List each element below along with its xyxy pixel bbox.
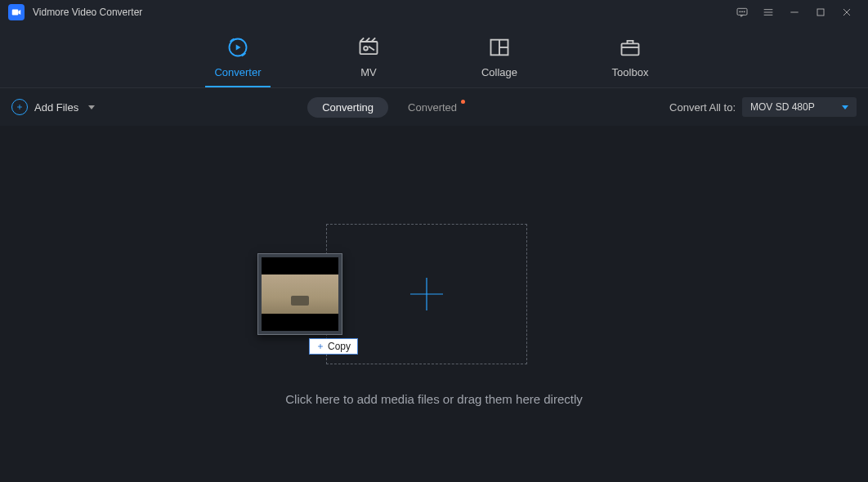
maximize-button[interactable] (808, 0, 834, 25)
svg-point-4 (744, 11, 745, 12)
menu-icon[interactable] (755, 0, 781, 25)
collage-icon (488, 33, 511, 61)
app-title: Vidmore Video Converter (33, 7, 142, 18)
nav-collage[interactable]: Collage (467, 25, 532, 87)
svg-rect-13 (360, 42, 378, 54)
format-selected-value: MOV SD 480P (750, 101, 815, 113)
nav-mv[interactable]: MV (336, 25, 401, 87)
svg-rect-18 (622, 43, 639, 55)
dragged-media-thumbnail[interactable] (257, 253, 342, 335)
main-nav: Converter MV Collage Toolbox (0, 25, 868, 88)
svg-point-3 (741, 11, 742, 12)
app-logo-icon (8, 4, 25, 20)
copy-badge: Copy (309, 338, 358, 355)
tab-converted-label: Converted (408, 101, 457, 114)
svg-point-2 (740, 11, 740, 12)
title-bar: Vidmore Video Converter (0, 0, 868, 25)
close-button[interactable] (834, 0, 860, 25)
nav-toolbox[interactable]: Toolbox (597, 25, 663, 87)
stage: Copy Click here to add media files or dr… (0, 126, 868, 482)
plus-icon (407, 274, 446, 314)
minimize-button[interactable] (781, 0, 808, 25)
copy-badge-label: Copy (328, 341, 351, 352)
nav-label: MV (360, 66, 377, 78)
notification-dot-icon (461, 100, 465, 104)
mv-icon (357, 33, 380, 61)
nav-converter[interactable]: Converter (205, 25, 271, 87)
toolbar: Add Files Converting Converted Convert A… (0, 88, 868, 126)
plus-circle-icon (11, 99, 28, 115)
nav-label: Collage (481, 66, 517, 78)
tab-converted[interactable]: Converted (408, 101, 457, 114)
tab-converting[interactable]: Converting (307, 97, 388, 118)
feedback-icon[interactable] (729, 0, 755, 25)
toolbox-icon (619, 33, 642, 61)
plus-icon (316, 342, 324, 350)
dropzone-hint: Click here to add media files or drag th… (0, 392, 868, 406)
format-select[interactable]: MOV SD 480P (742, 97, 857, 117)
convert-all-label: Convert All to: (669, 101, 736, 114)
nav-label: Converter (214, 66, 261, 78)
svg-rect-9 (817, 9, 824, 16)
converter-icon (226, 33, 249, 61)
add-files-button[interactable]: Add Files (11, 99, 95, 115)
add-files-label: Add Files (34, 101, 78, 114)
thumbnail-preview (262, 257, 338, 331)
caret-down-icon (88, 105, 95, 109)
caret-down-icon (842, 105, 848, 109)
svg-rect-0 (12, 10, 19, 16)
nav-label: Toolbox (612, 66, 649, 78)
svg-point-14 (364, 47, 368, 51)
